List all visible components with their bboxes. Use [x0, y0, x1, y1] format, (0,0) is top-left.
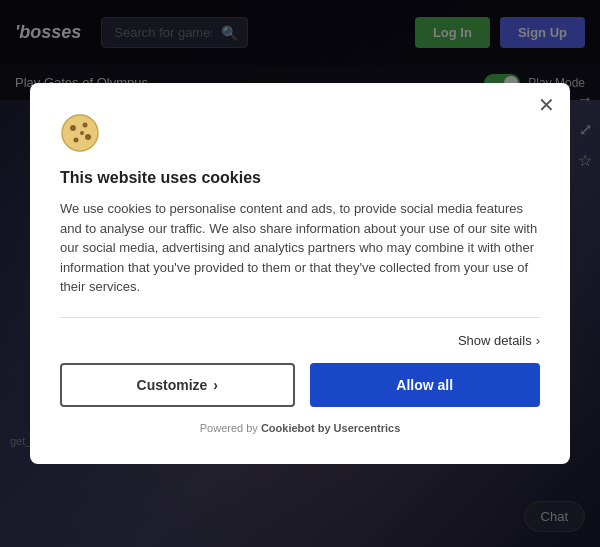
divider [60, 317, 540, 318]
show-details-label: Show details [458, 333, 532, 348]
allow-all-button[interactable]: Allow all [310, 363, 541, 407]
cookie-body-text: We use cookies to personalise content an… [60, 199, 540, 297]
customize-button[interactable]: Customize › [60, 363, 295, 407]
chevron-right-icon: › [536, 333, 540, 348]
cookie-buttons: Customize › Allow all [60, 363, 540, 407]
svg-point-5 [80, 131, 84, 135]
svg-point-4 [74, 138, 79, 143]
cookie-logo [60, 113, 540, 157]
customize-label: Customize [137, 377, 208, 393]
modal-close-button[interactable]: ✕ [538, 95, 555, 115]
modal-overlay: ✕ This website uses cookies We use cooki… [0, 0, 600, 547]
svg-point-2 [83, 123, 88, 128]
cookie-modal: ✕ This website uses cookies We use cooki… [30, 83, 570, 464]
cookie-title: This website uses cookies [60, 169, 540, 187]
svg-point-3 [85, 134, 91, 140]
show-details-wrapper: Show details › [60, 333, 540, 348]
svg-point-1 [70, 125, 76, 131]
powered-by-text: Powered by [200, 422, 258, 434]
powered-by: Powered by Cookiebot by Usercentrics [60, 422, 540, 434]
cookiebot-logo-icon [60, 113, 100, 153]
cookiebot-link[interactable]: Cookiebot by Usercentrics [261, 422, 400, 434]
show-details-button[interactable]: Show details › [458, 333, 540, 348]
customize-chevron-icon: › [213, 377, 218, 393]
